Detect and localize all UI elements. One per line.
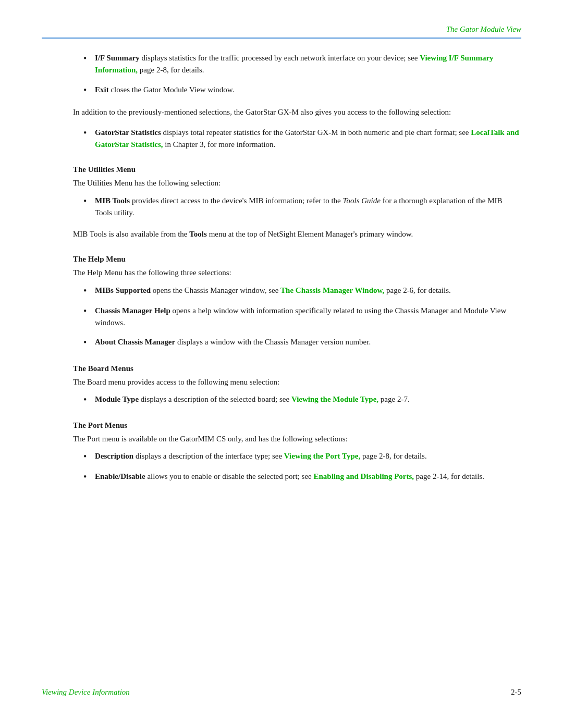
bullet-dot-1: • [83,52,93,65]
bullet-module-type: • Module Type displays a description of … [73,393,521,406]
bullet-description-text: Description displays a description of th… [95,450,521,462]
enabling-disabling-ports-link[interactable]: Enabling and Disabling Ports, [314,472,414,480]
page-header-title: The Gator Module View [446,25,521,33]
bullet-exit: • Exit closes the Gator Module View wind… [73,84,521,97]
bullet-about-chassis-text: About Chassis Manager displays a window … [95,336,521,348]
viewing-module-type-link[interactable]: Viewing the Module Type, [291,395,378,403]
bullet-about-chassis: • About Chassis Manager displays a windo… [73,336,521,349]
paragraph-1: In addition to the previously-mentioned … [73,106,521,118]
content: • I/F Summary displays statistics for th… [73,52,521,484]
port-bullets: • Description displays a description of … [73,450,521,484]
bullet-dot-5: • [83,285,93,298]
utilities-menu-heading: The Utilities Menu [73,165,521,174]
chassis-manager-window-link[interactable]: The Chassis Manager Window, [280,286,384,294]
section-board-menus: The Board Menus The Board menu provides … [73,364,521,406]
bullet-dot-3: • [83,127,93,140]
bullet-dot-8: • [83,393,93,406]
bullet-if-summary-text: I/F Summary displays statistics for the … [95,52,521,77]
about-chassis-label: About Chassis Manager [95,338,175,346]
bullet-dot-4: • [83,195,93,208]
bullet-chassis-help-text: Chassis Manager Help opens a help window… [95,305,521,329]
module-type-label: Module Type [95,395,139,403]
bullet-module-type-text: Module Type displays a description of th… [95,393,521,405]
bullet-dot-9: • [83,450,93,463]
bullet-dot-10: • [83,471,93,484]
help-bullets: • MIBs Supported opens the Chassis Manag… [73,285,521,350]
if-summary-label: I/F Summary [95,54,140,62]
top-bullets: • I/F Summary displays statistics for th… [73,52,521,97]
footer-right: 2-5 [511,688,521,697]
bullet-mib-tools: • MIB Tools provides direct access to th… [73,195,521,219]
bullet-mibs-supported: • MIBs Supported opens the Chassis Manag… [73,285,521,298]
top-rule [42,38,521,39]
help-menu-heading: The Help Menu [73,255,521,264]
bullet-dot-7: • [83,336,93,349]
mib-tools-extra: MIB Tools is also available from the Too… [73,228,521,240]
utilities-bullets: • MIB Tools provides direct access to th… [73,195,521,219]
bullet-dot-6: • [83,305,93,318]
viewing-port-type-link[interactable]: Viewing the Port Type, [284,452,360,460]
section-utilities-menu: The Utilities Menu The Utilities Menu ha… [73,165,521,240]
mib-tools-label: MIB Tools [95,196,130,205]
board-menus-heading: The Board Menus [73,364,521,373]
exit-label: Exit [95,85,109,94]
footer-left-text: Viewing Device Information [42,688,130,696]
port-menus-heading: The Port Menus [73,421,521,430]
page-header: The Gator Module View [446,25,521,34]
mibs-supported-label: MIBs Supported [95,286,151,294]
section-port-menus: The Port Menus The Port menu is availabl… [73,421,521,484]
bullet-dot-2: • [83,84,93,97]
enable-disable-label: Enable/Disable [95,472,145,480]
bullet-enable-disable-text: Enable/Disable allows you to enable or d… [95,471,521,483]
board-bullets: • Module Type displays a description of … [73,393,521,406]
bullet-if-summary: • I/F Summary displays statistics for th… [73,52,521,77]
section-help-menu: The Help Menu The Help Menu has the foll… [73,255,521,349]
board-menus-intro: The Board menu provides access to the fo… [73,376,521,388]
page: The Gator Module View • I/F Summary disp… [0,0,563,728]
bullet-chassis-help: • Chassis Manager Help opens a help wind… [73,305,521,329]
bullet-gatorstar-text: GatorStar Statistics displays total repe… [95,127,521,151]
footer-left: Viewing Device Information [42,688,130,697]
help-menu-intro: The Help Menu has the following three se… [73,267,521,279]
utilities-menu-intro: The Utilities Menu has the following sel… [73,177,521,189]
bullet-enable-disable: • Enable/Disable allows you to enable or… [73,471,521,484]
port-menus-intro: The Port menu is available on the GatorM… [73,433,521,445]
gatorstar-bullets: • GatorStar Statistics displays total re… [73,127,521,151]
description-label: Description [95,452,133,460]
bullet-gatorstar-stats: • GatorStar Statistics displays total re… [73,127,521,151]
bullet-exit-text: Exit closes the Gator Module View window… [95,84,521,96]
tools-guide-italic: Tools Guide [343,196,381,205]
bullet-description: • Description displays a description of … [73,450,521,463]
tools-menu-bold: Tools [189,230,207,238]
if-summary-link[interactable]: Viewing I/F Summary Information, [95,54,494,74]
bullet-mib-tools-text: MIB Tools provides direct access to the … [95,195,521,219]
bullet-mibs-supported-text: MIBs Supported opens the Chassis Manager… [95,285,521,297]
gatorstar-label: GatorStar Statistics [95,128,161,137]
chassis-help-label: Chassis Manager Help [95,306,170,315]
footer-right-text: 2-5 [511,688,521,696]
